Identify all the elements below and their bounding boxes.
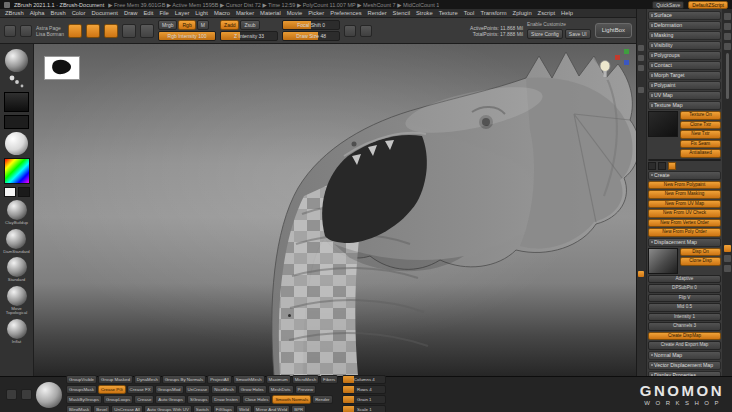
custom-button[interactable]: Crease: [134, 395, 154, 404]
texture-thumbnail[interactable]: [4, 115, 29, 129]
displacement-slider[interactable]: DPSubPix 0: [648, 284, 721, 293]
fiber-slider[interactable]: Rows 4: [342, 385, 386, 394]
dock-icon[interactable]: [724, 23, 731, 30]
quick-brush[interactable]: Standard: [7, 257, 27, 283]
custom-button[interactable]: MaskByGroups: [66, 395, 102, 404]
custom-button[interactable]: NiceMesh: [211, 385, 237, 394]
custom-button[interactable]: Smooth Normals: [272, 395, 311, 404]
quick-brush[interactable]: Inflat: [7, 319, 27, 345]
divider-icon[interactable]: [638, 65, 644, 71]
color-picker[interactable]: [4, 158, 30, 184]
texture-option-icon[interactable]: [648, 162, 656, 170]
fiber-slider[interactable]: Scale 1: [342, 405, 386, 412]
custom-button[interactable]: Crease FX: [127, 385, 154, 394]
custom-button[interactable]: BlindMask: [66, 405, 92, 412]
menu-item[interactable]: Zplugin: [513, 10, 532, 16]
texture-option-icon[interactable]: [658, 162, 666, 170]
create-texture-button[interactable]: New From Vertex Order: [648, 219, 721, 228]
fiber-slider[interactable]: Columns 4: [342, 375, 386, 384]
navigation-gizmo[interactable]: [615, 49, 631, 67]
displacement-thumbnail[interactable]: [648, 248, 678, 274]
menu-item[interactable]: Stroke: [416, 10, 433, 16]
texture-map-button[interactable]: Fix Seam: [680, 140, 721, 149]
secondary-color-swatch[interactable]: [18, 187, 30, 197]
menu-item[interactable]: Zscript: [538, 10, 555, 16]
light-widget[interactable]: [598, 60, 612, 82]
custom-button[interactable]: Render: [312, 395, 332, 404]
tray-scrollbar[interactable]: [726, 53, 729, 99]
lightbox-button[interactable]: LightBox: [595, 23, 632, 38]
texture-map-button[interactable]: New Txtr: [680, 130, 721, 139]
custom-button[interactable]: GroupLoops: [103, 395, 133, 404]
move-button[interactable]: [104, 24, 118, 38]
custom-button[interactable]: Group Masked: [98, 375, 133, 384]
custom-button[interactable]: Crease PG: [98, 385, 126, 394]
custom-button[interactable]: Grow Holes: [238, 385, 267, 394]
menu-item[interactable]: Color: [72, 10, 86, 16]
disp-on-button[interactable]: Disp On: [680, 248, 721, 257]
texture-map-button[interactable]: Clone Txtr: [680, 121, 721, 130]
material-thumbnail[interactable]: [5, 132, 28, 155]
divider-icon[interactable]: [638, 55, 644, 61]
transparent-slider[interactable]: Transparent: [648, 159, 721, 161]
create-texture-button[interactable]: New From Poly Order: [648, 228, 721, 237]
menu-item[interactable]: Light: [195, 10, 208, 16]
subpalette-header[interactable]: Vector Displacement Map: [648, 361, 721, 370]
default-zscript-button[interactable]: DefaultZScript: [688, 1, 728, 9]
tool-icon[interactable]: [6, 389, 17, 400]
store-config-button[interactable]: Store Config: [527, 29, 563, 39]
current-brush-thumbnail[interactable]: [5, 49, 28, 72]
m-button[interactable]: M: [197, 20, 209, 30]
lightbox-toggle-icon[interactable]: [20, 25, 32, 37]
subpalette-header[interactable]: Normal Map: [648, 351, 721, 360]
draw-size-slider[interactable]: Draw Size 48: [282, 31, 340, 41]
custom-button[interactable]: UnCrease: [185, 385, 211, 394]
custom-button[interactable]: GroupsMod: [155, 385, 184, 394]
menu-item[interactable]: File: [159, 10, 168, 16]
displacement-slider[interactable]: Intensity 1: [648, 313, 721, 322]
dock-icon-active[interactable]: [724, 245, 731, 252]
subpalette-header[interactable]: Surface: [648, 11, 721, 20]
dock-icon[interactable]: [724, 265, 731, 272]
displacement-slider[interactable]: Adaptive: [648, 275, 721, 284]
create-texture-button[interactable]: New From UV Map: [648, 200, 721, 209]
dock-icon[interactable]: [724, 13, 731, 20]
projection-master-icon[interactable]: [4, 25, 16, 37]
enable-customize-label[interactable]: Enable Customize: [527, 22, 591, 28]
scale-button[interactable]: [122, 24, 136, 38]
menu-item[interactable]: Transform: [480, 10, 506, 16]
custom-button[interactable]: Auto Groups: [155, 395, 186, 404]
menu-item[interactable]: Marker: [236, 10, 254, 16]
texture-option-icon[interactable]: [668, 162, 676, 170]
dock-icon[interactable]: [724, 33, 731, 40]
create-texture-button[interactable]: New From Polypaint: [648, 181, 721, 190]
stroke-preview-icon[interactable]: [8, 75, 26, 89]
dock-icon[interactable]: [724, 255, 731, 262]
subpalette-header-texture-map[interactable]: Texture Map: [648, 101, 721, 110]
custom-button[interactable]: Close Holes: [242, 395, 272, 404]
subpalette-header-create[interactable]: Create: [648, 171, 721, 180]
custom-button[interactable]: Fibers: [320, 375, 338, 384]
menu-item[interactable]: Help: [561, 10, 573, 16]
brush-icon[interactable]: [21, 389, 32, 400]
draw-button[interactable]: [86, 24, 100, 38]
menu-item[interactable]: Document: [92, 10, 118, 16]
zadd-button[interactable]: Zadd: [220, 20, 239, 30]
subpalette-header[interactable]: Polypaint: [648, 81, 721, 90]
custom-button[interactable]: Switch: [193, 405, 212, 412]
main-color-swatch[interactable]: [4, 187, 16, 197]
symmetry-icon[interactable]: [344, 25, 356, 37]
clone-disp-button[interactable]: Clone Disp: [680, 257, 721, 266]
custom-button[interactable]: Mirror And Weld: [253, 405, 290, 412]
divider-icon[interactable]: [638, 87, 644, 93]
menu-item[interactable]: Preferences: [330, 10, 361, 16]
menu-item[interactable]: Macro: [214, 10, 230, 16]
subpalette-header-displacement[interactable]: Displacement Map: [648, 238, 721, 247]
rgb-intensity-slider[interactable]: Rgb Intensity 100: [158, 31, 216, 41]
zsub-button[interactable]: Zsub: [240, 20, 259, 30]
create-export-map-button[interactable]: Create And Export Map: [648, 341, 721, 350]
subpalette-header[interactable]: UV Map: [648, 91, 721, 100]
displacement-slider[interactable]: Flip V: [648, 294, 721, 303]
custom-button[interactable]: UnCrease All: [111, 405, 143, 412]
subpalette-header[interactable]: Masking: [648, 31, 721, 40]
